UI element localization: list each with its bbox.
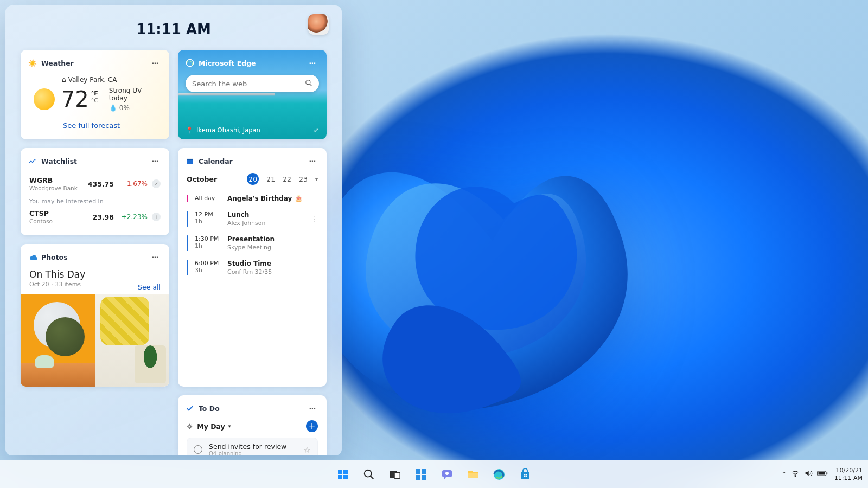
- todo-more-icon[interactable]: ⋯: [306, 402, 319, 415]
- calendar-event[interactable]: 12 PM1hLunchAlex Johnson⋯: [187, 207, 318, 231]
- battery-icon[interactable]: [817, 470, 828, 478]
- photo-thumbnail-2[interactable]: [95, 294, 169, 387]
- stock-symbol: WGRB: [29, 176, 78, 184]
- stock-company: Woodgrove Bank: [29, 185, 78, 191]
- calendar-month: October: [187, 175, 217, 183]
- weather-more-icon[interactable]: ⋯: [149, 56, 162, 69]
- desktop: 11:11 AM ☀️ Weather ⋯ ⌂ Valley Park, CA: [0, 0, 868, 488]
- add-task-button[interactable]: +: [306, 420, 318, 432]
- task-row[interactable]: Send invites for reviewQ4 planning☆: [187, 438, 318, 455]
- edge-search-input[interactable]: [192, 80, 305, 88]
- expand-icon[interactable]: ⤢: [314, 126, 319, 134]
- stock-row[interactable]: WGRBWoodgrove Bank435.75-1.67%✓: [29, 173, 161, 195]
- calendar-widget[interactable]: Calendar ⋯ October 20 21 22 23 ▾ All day…: [178, 148, 327, 387]
- photos-more-icon[interactable]: ⋯: [149, 251, 162, 264]
- svg-rect-20: [524, 474, 525, 476]
- svg-rect-26: [818, 472, 825, 475]
- taskbar: ⌃ 10/20/21 11:11 AM: [0, 460, 868, 488]
- svg-rect-6: [338, 475, 342, 479]
- edge-widget[interactable]: Microsoft Edge ⋯ 📍 Ikema Ohashi, Japan ⤢: [178, 50, 327, 139]
- edge-title: Microsoft Edge: [199, 59, 256, 67]
- svg-rect-13: [416, 475, 420, 480]
- calendar-more-icon[interactable]: ⋯: [306, 155, 319, 168]
- stock-row[interactable]: CTSPContoso23.98+2.23%+: [29, 206, 161, 228]
- event-more-icon[interactable]: ⋯: [311, 216, 319, 222]
- task-list: Q4 planning: [209, 451, 286, 455]
- watchlist-note: You may be interested in: [29, 198, 161, 205]
- calendar-day-20[interactable]: 20: [247, 173, 259, 185]
- calendar-day-21[interactable]: 21: [266, 175, 275, 183]
- watchlist-widget[interactable]: Watchlist ⋯ WGRBWoodgrove Bank435.75-1.6…: [21, 148, 169, 235]
- weather-location: ⌂ Valley Park, CA: [62, 76, 161, 84]
- store-button[interactable]: [514, 464, 536, 485]
- droplet-icon: 💧: [109, 104, 117, 112]
- photo-thumbnail-1[interactable]: [21, 294, 95, 387]
- search-button[interactable]: [358, 464, 380, 485]
- edge-search-box[interactable]: [186, 75, 319, 92]
- star-icon[interactable]: ☆: [303, 445, 311, 455]
- stock-symbol: CTSP: [29, 209, 53, 217]
- taskbar-clock[interactable]: 10/20/21 11:11 AM: [834, 467, 863, 481]
- todo-list-selector[interactable]: My Day ▾: [197, 422, 231, 431]
- calendar-day-22[interactable]: 22: [283, 175, 291, 183]
- volume-icon[interactable]: [804, 469, 813, 479]
- user-avatar[interactable]: [308, 14, 329, 35]
- stock-change: +2.23%: [119, 213, 148, 221]
- svg-rect-7: [343, 475, 348, 479]
- calendar-event[interactable]: All dayAngela's Birthday 🎂: [187, 190, 318, 207]
- event-title: Angela's Birthday 🎂: [227, 195, 303, 202]
- svg-rect-23: [526, 476, 527, 477]
- event-subtitle: Skype Meeting: [227, 244, 275, 251]
- sun-outline-icon: ☼: [187, 422, 193, 431]
- svg-rect-19: [521, 472, 529, 479]
- svg-rect-21: [526, 474, 527, 476]
- widgets-button[interactable]: [410, 464, 432, 485]
- watchlist-title: Watchlist: [41, 157, 77, 165]
- todo-icon: [186, 404, 194, 413]
- weather-icon: ☀️: [28, 59, 37, 67]
- watchlist-more-icon[interactable]: ⋯: [149, 155, 162, 168]
- svg-rect-27: [826, 472, 827, 474]
- photos-see-all-link[interactable]: See all: [138, 283, 161, 291]
- chevron-down-icon[interactable]: ▾: [315, 176, 318, 182]
- weather-temp: 72 °F°C: [61, 87, 98, 112]
- svg-rect-10: [394, 472, 400, 478]
- home-icon: ⌂: [62, 76, 66, 84]
- calendar-title: Calendar: [199, 157, 233, 165]
- calendar-day-23[interactable]: 23: [299, 175, 308, 183]
- todo-widget[interactable]: To Do ⋯ ☼ My Day ▾ + Send invites for re…: [178, 395, 327, 455]
- panel-header: 11:11 AM: [21, 18, 327, 40]
- edge-more-icon[interactable]: ⋯: [306, 56, 319, 69]
- photos-widget[interactable]: Photos ⋯ On This Day Oct 20 · 33 items S…: [21, 244, 169, 387]
- calendar-event[interactable]: 6:00 PM3hStudio TimeConf Rm 32/35: [187, 255, 318, 280]
- event-title: Studio Time: [227, 260, 272, 267]
- svg-rect-17: [468, 473, 478, 478]
- search-icon[interactable]: [305, 79, 312, 89]
- weather-forecast-link[interactable]: See full forecast: [63, 121, 161, 130]
- stock-action-button[interactable]: +: [152, 213, 161, 221]
- location-pin-icon: 📍: [186, 126, 193, 134]
- file-explorer-button[interactable]: [462, 464, 484, 485]
- panel-time: 11:11 AM: [136, 21, 211, 37]
- svg-rect-3: [187, 159, 193, 160]
- stocks-icon: [28, 157, 37, 165]
- task-title: Send invites for review: [209, 442, 286, 451]
- wifi-icon[interactable]: [791, 469, 800, 479]
- svg-point-8: [365, 470, 372, 477]
- start-button[interactable]: [332, 464, 354, 485]
- stock-action-button[interactable]: ✓: [152, 179, 161, 188]
- task-view-button[interactable]: [384, 464, 406, 485]
- todo-title: To Do: [199, 404, 220, 413]
- edge-browser-button[interactable]: [488, 464, 510, 485]
- calendar-event[interactable]: 1:30 PM1hPresentationSkype Meeting: [187, 231, 318, 255]
- onedrive-icon: [28, 253, 37, 261]
- tray-chevron-icon[interactable]: ⌃: [782, 471, 787, 478]
- chat-button[interactable]: [436, 464, 458, 485]
- weather-title: Weather: [41, 59, 74, 67]
- svg-rect-22: [524, 476, 525, 477]
- svg-rect-11: [416, 469, 420, 474]
- svg-rect-5: [343, 470, 348, 474]
- weather-widget[interactable]: ☀️ Weather ⋯ ⌂ Valley Park, CA 72 °F°C: [21, 50, 169, 139]
- calendar-icon: [186, 157, 194, 165]
- task-checkbox[interactable]: [194, 445, 202, 454]
